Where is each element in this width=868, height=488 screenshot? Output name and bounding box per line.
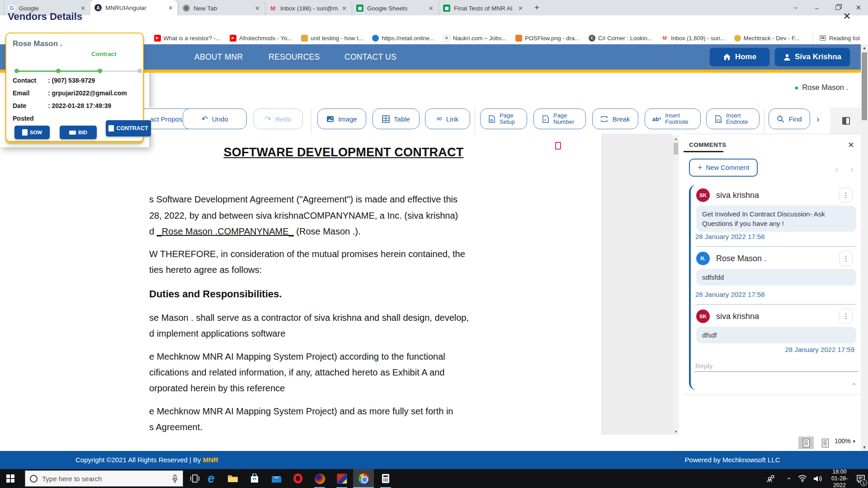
button-label: CONTRACT	[116, 125, 148, 131]
bookmark-retail-online[interactable]: https://retail.online...	[372, 35, 434, 42]
chrome-taskbar-icon[interactable]	[353, 469, 374, 488]
tab-close-icon[interactable]: ✕	[168, 5, 173, 11]
tab-close-icon[interactable]: ✕	[518, 5, 523, 12]
comments-close-icon[interactable]: ✕	[848, 140, 854, 150]
sow-button[interactable]: SOW	[14, 126, 50, 139]
reading-list-button[interactable]: Reading list	[813, 32, 860, 44]
calculator-taskbar-icon[interactable]	[375, 469, 396, 488]
comment-separator	[695, 304, 856, 305]
tab-search-chevron-icon[interactable]: ›	[786, 0, 807, 15]
doc-line: 28, 2022, by and between siva krishnaCOM…	[149, 211, 458, 221]
tab-inbox[interactable]: M Inbox (188) - suri@mechknowso ✕	[265, 1, 351, 15]
print-layout-view-button[interactable]	[798, 436, 814, 449]
document-scrollbar[interactable]: ▲ ▼	[673, 136, 679, 435]
nav-about-mnr[interactable]: ABOUT MNR	[194, 52, 243, 62]
window-minimize-button[interactable]: –	[807, 0, 827, 15]
connected-user-name: Rose Mason .	[802, 83, 848, 92]
file-explorer-taskbar-icon[interactable]	[222, 469, 243, 488]
opera-taskbar-icon[interactable]	[288, 469, 308, 488]
mail-taskbar-icon[interactable]	[266, 469, 287, 488]
page-view-icon	[803, 439, 810, 447]
new-tab-button[interactable]: +	[534, 3, 539, 13]
taskbar-search-box[interactable]	[25, 470, 183, 487]
home-label: Home	[735, 52, 756, 61]
popup-close-icon[interactable]: ✕	[843, 11, 851, 22]
start-button[interactable]	[0, 469, 21, 488]
bookmark-unit-testing[interactable]: unit testing - how t...	[301, 35, 363, 42]
bookmark-label: unit testing - how t...	[311, 35, 363, 42]
firefox-taskbar-icon[interactable]	[309, 469, 330, 488]
taskbar-search-input[interactable]	[42, 475, 167, 483]
bookmark-csharp-corner[interactable]: CC# Corner : Lookin...	[589, 35, 652, 42]
new-comment-button[interactable]: + New Comment	[689, 159, 758, 177]
tab-close-icon[interactable]: ✕	[429, 5, 434, 12]
comment-menu-kebab-icon[interactable]: ⋮	[839, 309, 853, 324]
photoshop-taskbar-icon[interactable]	[331, 469, 352, 488]
window-close-button[interactable]: ✕	[848, 0, 868, 15]
redo-button[interactable]: ↷ Redo	[253, 108, 303, 129]
page-number-button[interactable]: # Page Number	[533, 108, 586, 129]
home-button[interactable]: Home	[710, 48, 769, 66]
image-button[interactable]: Image	[317, 108, 366, 129]
tab-final-tests[interactable]: ▦ Final Tests of MNR AI Mapping S ✕	[439, 1, 527, 15]
scroll-down-icon[interactable]: ▼	[673, 428, 679, 435]
bookmark-resistor[interactable]: ▶What is a resistor? -...	[154, 35, 221, 42]
undo-button[interactable]: ↶ Undo	[183, 108, 247, 129]
scrollbar-thumb[interactable]	[862, 52, 867, 120]
table-button[interactable]: Table	[373, 108, 420, 129]
bid-button[interactable]: BID	[60, 126, 97, 139]
side-panel-toggle-icon[interactable]	[842, 117, 850, 125]
scroll-down-icon[interactable]: ▼	[861, 444, 868, 451]
user-menu-button[interactable]: Siva Krishna	[775, 48, 850, 66]
comment-anchor-icon[interactable]	[555, 142, 561, 150]
comment-menu-kebab-icon[interactable]: ⋮	[839, 251, 853, 266]
bookmark-label: C# Corner : Lookin...	[598, 35, 652, 42]
bookmark-naukri[interactable]: KNaukri.com – Jobs...	[443, 35, 507, 42]
windows-logo-icon	[6, 474, 14, 483]
microphone-icon[interactable]	[172, 474, 178, 483]
nav-resources[interactable]: RESOURCES	[269, 52, 320, 62]
tab-mnruiangular[interactable]: A MNRUIAngular ✕	[90, 0, 177, 15]
firefox-icon	[315, 474, 325, 484]
nav-contact-us[interactable]: CONTACT US	[344, 52, 396, 62]
volume-tray-icon[interactable]	[810, 469, 826, 488]
bookmark-posflow[interactable]: POSFlow.png - dra...	[515, 35, 580, 42]
zoom-control[interactable]: 100% ▾	[835, 437, 855, 445]
people-tray-button[interactable]	[763, 469, 779, 488]
find-magnifier-icon	[777, 115, 784, 123]
bookmark-afrotechmods[interactable]: ▶Afrotechmods - Yo...	[230, 35, 292, 42]
tab-google-sheets[interactable]: ▦ Google Sheets ✕	[352, 1, 438, 15]
scroll-up-icon[interactable]: ▲	[673, 136, 679, 142]
scroll-up-icon[interactable]: ▲	[861, 44, 868, 52]
link-button[interactable]: ∞ Link	[425, 108, 470, 129]
bookmark-inbox[interactable]: MInbox (1,609) - suri...	[661, 35, 725, 42]
browser-scrollbar[interactable]: ▲ ▼	[861, 44, 868, 451]
tab-new-tab[interactable]: New Tab ✕	[178, 1, 264, 15]
toolbar-overflow-chevron[interactable]: ›	[816, 114, 820, 124]
document-icon	[22, 129, 28, 136]
insert-endnote-button[interactable]: (ii) Insert Endnote	[706, 108, 760, 129]
tab-close-icon[interactable]: ✕	[255, 5, 260, 12]
break-button[interactable]: Break	[592, 108, 638, 129]
reply-input[interactable]	[694, 360, 858, 372]
taskbar-clock[interactable]: 18:00 01-28-2022	[826, 469, 854, 488]
contract-button[interactable]: CONTRACT	[106, 120, 151, 136]
wifi-tray-icon[interactable]	[795, 469, 810, 488]
action-center-button[interactable]: 1	[854, 469, 868, 488]
comments-prev-icon[interactable]: ‹	[835, 164, 838, 174]
microsoft-store-taskbar-icon[interactable]	[244, 469, 265, 488]
insert-footnote-button[interactable]: ab¹ Insert Footnote	[645, 108, 701, 129]
collapse-chevron-up-icon[interactable]: ›	[849, 383, 857, 385]
edge-taskbar-icon[interactable]: e	[201, 469, 222, 488]
find-button[interactable]: Find	[769, 108, 810, 129]
app-footer: Copyright ©2021 All Rights Reserved | By…	[0, 451, 868, 469]
scrollbar-thumb[interactable]	[674, 143, 678, 155]
comment-menu-kebab-icon[interactable]: ⋮	[839, 188, 853, 203]
footer-brand-link[interactable]: MNR	[203, 456, 218, 464]
tab-close-icon[interactable]: ✕	[342, 5, 347, 12]
comments-next-icon[interactable]: ›	[850, 164, 854, 174]
web-layout-view-button[interactable]	[817, 436, 833, 449]
page-setup-button[interactable]: Page Setup	[480, 108, 527, 129]
button-label: Table	[394, 115, 410, 123]
bookmark-mechtrack[interactable]: Mechtrack - Dev - F...	[734, 35, 800, 42]
